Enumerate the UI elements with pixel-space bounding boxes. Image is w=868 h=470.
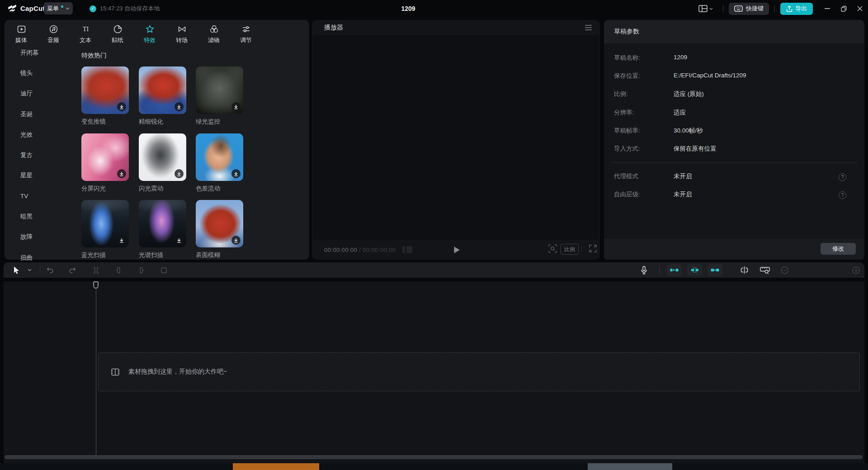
tab-label: 特效: [144, 36, 156, 44]
tab-adjust[interactable]: 调节: [233, 23, 259, 44]
category-item[interactable]: 故障: [5, 227, 72, 247]
effect-categories: 开闭幕 镜头 迪厅 圣诞 光效 复古 星星 TV 暗黑 故障 扭曲: [5, 43, 72, 268]
category-item[interactable]: 复古: [5, 145, 72, 165]
timeline-dropzone[interactable]: 素材拖拽到这里，开始你的大作吧~: [98, 352, 860, 391]
menu-button[interactable]: 菜单: [44, 2, 73, 14]
menu-notification-dot: [61, 5, 63, 8]
play-button[interactable]: [450, 240, 463, 260]
download-icon[interactable]: [175, 169, 184, 178]
effect-card[interactable]: 精细锐化: [139, 66, 186, 126]
main-track-magnet-toggle[interactable]: [667, 264, 682, 276]
download-icon[interactable]: [231, 236, 241, 245]
text-icon: TI: [81, 24, 90, 34]
timeline-fit-button[interactable]: [759, 262, 771, 278]
player-header: 播放器: [312, 20, 600, 35]
param-row-resolution: 分辨率: 适应: [614, 109, 854, 118]
tab-sticker[interactable]: 贴纸: [104, 23, 131, 44]
tab-filters[interactable]: 滤镜: [201, 23, 227, 44]
player-menu-icon[interactable]: [585, 25, 592, 30]
split-button[interactable]: [90, 262, 102, 278]
effect-thumbnail[interactable]: [81, 133, 129, 181]
effect-card[interactable]: 分屏闪光: [81, 133, 129, 193]
delete-button[interactable]: [157, 262, 170, 278]
redo-icon: [69, 267, 76, 273]
export-button[interactable]: 导出: [780, 3, 813, 15]
tab-audio[interactable]: 音频: [40, 23, 66, 44]
timeline-zoom-in-button[interactable]: [850, 262, 862, 278]
effect-card[interactable]: 变焦推镜: [81, 66, 129, 126]
delete-right-button[interactable]: [135, 262, 147, 278]
param-row-free-layer: 自由层级: 未开启 ?: [614, 190, 854, 199]
linkage-toggle[interactable]: [708, 264, 722, 276]
download-icon[interactable]: [117, 102, 126, 111]
category-item[interactable]: 光效: [5, 124, 72, 145]
player-panel: 播放器 00:00:00:00 / 00:00:00:00 比例: [312, 20, 600, 260]
minimize-button[interactable]: [819, 0, 835, 17]
category-item[interactable]: 圣诞: [5, 104, 72, 124]
dropzone-hint: 素材拖拽到这里，开始你的大作吧~: [128, 368, 227, 376]
param-value: 未开启: [674, 190, 692, 199]
effect-thumbnail[interactable]: [139, 200, 186, 247]
effect-thumbnail[interactable]: [81, 200, 129, 247]
maximize-button[interactable]: [835, 0, 852, 17]
chevron-down-icon: [66, 7, 70, 10]
timeline-zoom-out-button[interactable]: [778, 262, 790, 278]
effect-name: 精细锐化: [139, 118, 186, 126]
help-icon[interactable]: ?: [839, 173, 846, 181]
shortcuts-button[interactable]: 快捷键: [729, 3, 769, 15]
effect-thumbnail[interactable]: [139, 66, 186, 114]
delete-left-button[interactable]: [112, 262, 125, 278]
tab-text[interactable]: TI 文本: [72, 23, 99, 44]
ratio-button[interactable]: 比例: [561, 244, 579, 255]
download-icon[interactable]: [117, 236, 126, 245]
preview-axis-toggle[interactable]: [738, 262, 750, 278]
tab-effects-active[interactable]: 特效: [137, 23, 163, 44]
close-button[interactable]: [852, 0, 868, 17]
category-item[interactable]: 暗黑: [5, 206, 72, 227]
tab-label: 调节: [240, 36, 252, 44]
category-item[interactable]: 镜头: [5, 63, 72, 83]
fullscreen-icon[interactable]: [589, 244, 597, 253]
download-icon[interactable]: [175, 102, 184, 111]
redo-button[interactable]: [66, 262, 79, 278]
project-title: 1209: [401, 0, 415, 17]
effect-thumbnail[interactable]: [196, 200, 243, 247]
taskbar-strip: [0, 463, 868, 470]
effect-card[interactable]: 表面模糊: [196, 200, 243, 259]
effect-card[interactable]: 光谱扫描: [139, 200, 186, 259]
timeline-horizontal-scrollbar[interactable]: [5, 455, 863, 459]
help-icon[interactable]: ?: [839, 191, 846, 199]
category-item[interactable]: 迪厅: [5, 84, 72, 104]
draft-params-header: 草稿参数: [604, 20, 864, 43]
download-icon[interactable]: [175, 236, 184, 245]
record-voiceover-button[interactable]: [637, 262, 650, 278]
modify-button[interactable]: 修改: [821, 243, 856, 255]
layout-switch-button[interactable]: [694, 3, 717, 15]
category-item[interactable]: 星星: [5, 166, 72, 186]
download-icon[interactable]: [231, 102, 241, 111]
effect-thumbnail[interactable]: [139, 133, 186, 181]
linkage-icon: [711, 268, 719, 272]
auto-snap-toggle[interactable]: [687, 264, 702, 276]
effect-thumbnail[interactable]: [81, 66, 129, 114]
effect-thumbnail[interactable]: [196, 133, 243, 181]
select-tool-dropdown[interactable]: [25, 262, 33, 278]
tab-media[interactable]: 媒体: [8, 23, 34, 44]
category-item[interactable]: 开闭幕: [5, 43, 72, 63]
download-icon[interactable]: [117, 169, 126, 178]
select-tool-button[interactable]: [10, 262, 23, 278]
effect-card[interactable]: 绿光监控: [196, 66, 243, 126]
tab-transitions[interactable]: 转场: [169, 23, 195, 44]
frame-list-icon[interactable]: [402, 246, 413, 253]
playhead-handle[interactable]: [93, 281, 99, 289]
effect-card[interactable]: 蓝光扫描: [81, 200, 129, 259]
param-value: 未开启: [674, 172, 692, 181]
taskbar-orange-segment: [233, 463, 319, 470]
category-item[interactable]: TV: [5, 186, 72, 206]
effect-thumbnail[interactable]: [196, 66, 243, 114]
preview-quality-icon[interactable]: [548, 244, 557, 253]
download-icon[interactable]: [231, 169, 241, 178]
effect-card[interactable]: 色差流动: [196, 133, 243, 193]
undo-button[interactable]: [43, 262, 56, 278]
effect-card[interactable]: 闪光震动: [139, 133, 186, 193]
